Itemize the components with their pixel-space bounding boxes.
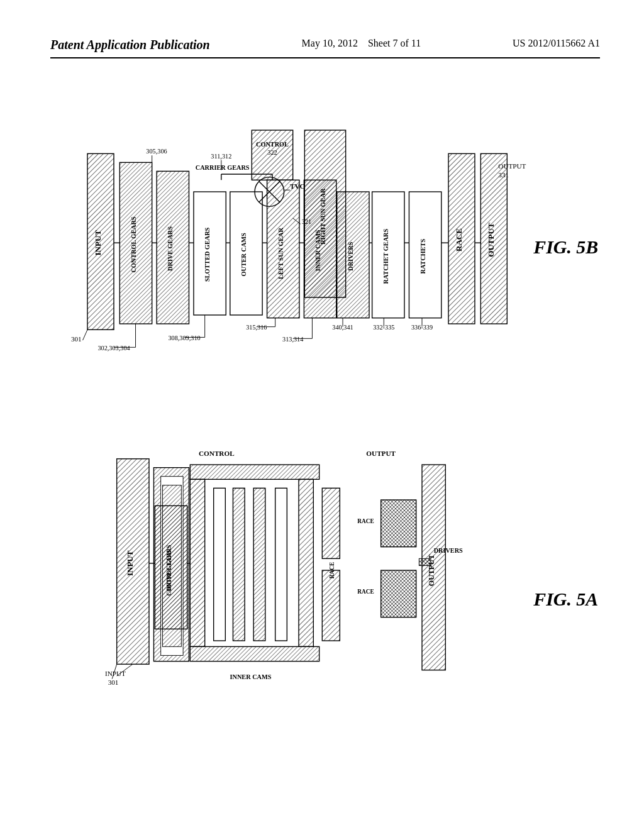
- fig5a-race-text: RACE: [357, 518, 374, 524]
- fig5a-output-label: OUTPUT: [366, 450, 396, 457]
- fig5b-slotted-gears-label: SLOTTED GEARS: [204, 227, 211, 282]
- svg-rect-61: [190, 479, 204, 646]
- svg-rect-68: [322, 570, 340, 641]
- fig5b-ratchet-gears-label: RATCHET GEARS: [382, 229, 389, 284]
- svg-rect-66: [299, 479, 313, 646]
- fig5a-inner-cams-label: INNER CAMS: [230, 673, 272, 680]
- fig5b-drivers-label: DRIVERS: [347, 241, 354, 270]
- svg-rect-64: [253, 488, 265, 641]
- fig5b-output-331: OUTPUT: [498, 162, 526, 170]
- label-301: 301: [71, 335, 82, 343]
- svg-rect-62: [214, 488, 226, 641]
- fig5b-outer-cams-label: OUTER CAMS: [240, 233, 247, 276]
- fig5b-inner-cams-label: INNER CAMS: [314, 230, 321, 271]
- fig5a-301-label: 301: [108, 678, 119, 686]
- label-311: 311,312: [211, 153, 231, 160]
- svg-rect-59: [190, 465, 319, 479]
- svg-rect-69: [381, 500, 416, 547]
- fig5a-output-block-label: OUTPUT: [427, 555, 436, 587]
- svg-line-7: [83, 329, 87, 340]
- sheet: Sheet 7 of 11: [368, 38, 421, 48]
- header-center: May 10, 2012 Sheet 7 of 11: [302, 38, 421, 49]
- label-302: 302,303,304: [97, 345, 130, 351]
- date: May 10, 2012: [302, 38, 358, 48]
- fig5b-input-label: INPUT: [93, 230, 103, 256]
- label-305: 305,306: [146, 148, 167, 155]
- fig5b-output-label: OUTPUT: [486, 223, 496, 257]
- fig5a-figure-label: FIG. 5A: [533, 589, 598, 609]
- svg-rect-70: [381, 570, 416, 617]
- fig5a-drive-gears-label: DRIVE GEARS: [166, 550, 172, 591]
- fig5b-drive-gears-label: DRIVE GEARS: [167, 226, 174, 271]
- fig5b-control-label: CONTROL: [256, 141, 289, 148]
- label-308: 308,309,310: [168, 335, 200, 341]
- svg-rect-63: [233, 488, 245, 641]
- svg-rect-67: [322, 488, 340, 558]
- fig5b-race-label: RACE: [454, 228, 464, 252]
- patent-number: US 2012/0115662 A1: [513, 38, 600, 49]
- diagram-area: INPUT 301 CONTROL GEARS 302,303,304 305,…: [50, 77, 600, 782]
- publication-title: Patent Application Publication: [50, 38, 210, 52]
- fig5a-input-301: INPUT: [105, 670, 126, 677]
- page-header: Patent Application Publication May 10, 2…: [50, 38, 600, 58]
- fig5b-left-sun-gear-label: LEFT SUN GEAR: [277, 227, 284, 279]
- fig5a-input-label: INPUT: [125, 550, 135, 576]
- fig5b-331-label: 331: [498, 171, 509, 179]
- fig5a-race1-label: RACE: [329, 562, 335, 578]
- patent-diagrams: INPUT 301 CONTROL GEARS 302,303,304 305,…: [50, 77, 600, 782]
- fig5b-ratchets-label: RATCHETS: [419, 239, 426, 274]
- fig5a-race-text2: RACE: [357, 589, 374, 595]
- fig5a-control-label: CONTROL: [199, 450, 235, 457]
- fig5b-control-gears-label: CONTROL GEARS: [130, 216, 137, 272]
- label-313: 313,314: [282, 336, 303, 343]
- svg-rect-65: [275, 488, 287, 641]
- fig5b-carrier-gears-label: CARRIER GEARS: [196, 164, 250, 171]
- fig5b-figure-label: FIG. 5B: [533, 236, 598, 257]
- svg-rect-60: [190, 646, 319, 661]
- fig5b-322-label: 322: [267, 149, 277, 156]
- label-315: 315,316: [246, 324, 267, 331]
- patent-page: Patent Application Publication May 10, 2…: [0, 0, 644, 830]
